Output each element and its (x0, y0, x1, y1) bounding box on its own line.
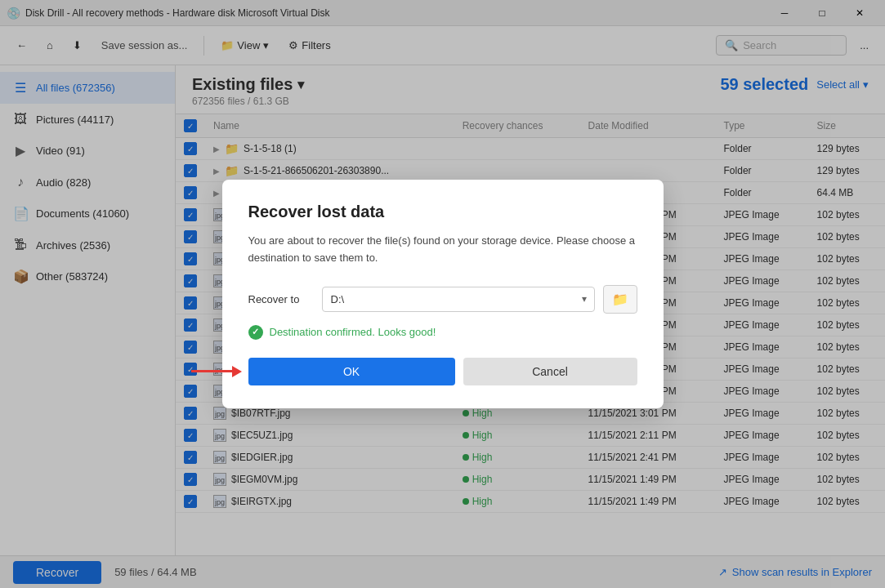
recover-to-row: Recover to D:\ ▾ 📁 (248, 285, 637, 314)
success-message-row: ✓ Destination confirmed. Looks good! (248, 325, 637, 340)
browse-button[interactable]: 📁 (603, 285, 637, 314)
success-check-icon: ✓ (248, 325, 263, 340)
cancel-button[interactable]: Cancel (463, 358, 637, 385)
destination-select[interactable]: D:\ (322, 287, 595, 312)
arrow-indicator (191, 366, 242, 377)
arrow-head (232, 366, 242, 377)
modal-buttons: OK Cancel (248, 358, 637, 385)
success-message: Destination confirmed. Looks good! (270, 326, 436, 338)
recover-dialog: Recover lost data You are about to recov… (222, 180, 664, 408)
destination-select-wrapper: D:\ ▾ (322, 287, 595, 312)
modal-description: You are about to recover the file(s) fou… (248, 233, 637, 267)
modal-title: Recover lost data (248, 203, 637, 221)
recover-to-label: Recover to (248, 293, 314, 305)
arrow-line (191, 370, 232, 372)
modal-overlay: Recover lost data You are about to recov… (0, 0, 885, 588)
browse-icon: 📁 (612, 292, 628, 306)
ok-button[interactable]: OK (248, 358, 455, 385)
